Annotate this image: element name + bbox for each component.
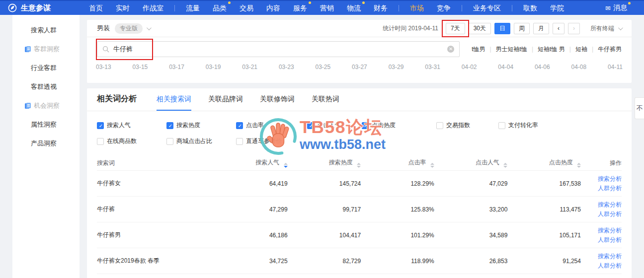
sort-icons[interactable] bbox=[430, 163, 434, 168]
granularity-month-button[interactable]: 月 bbox=[533, 23, 549, 34]
search-input[interactable] bbox=[113, 46, 447, 53]
metric-toggle[interactable]: 交易指数 bbox=[436, 121, 498, 130]
nav-item[interactable]: 流量 bbox=[179, 1, 206, 15]
nav-item[interactable]: 竞争 bbox=[430, 1, 457, 15]
crowd-analysis-link[interactable]: 人群分析 bbox=[583, 261, 622, 271]
analysis-tab[interactable]: 相关搜索词 bbox=[157, 95, 191, 111]
table-header: 搜索词 搜索人气 搜索热度 bbox=[97, 156, 622, 171]
column-header-metric[interactable]: 点击率 bbox=[363, 158, 436, 168]
checkbox[interactable] bbox=[498, 122, 505, 129]
checkbox[interactable] bbox=[166, 138, 173, 145]
metric-toggle[interactable]: 点击热度 bbox=[362, 121, 436, 130]
range-7d-button[interactable]: 7天 bbox=[446, 23, 465, 34]
nav-item[interactable]: 营销 bbox=[314, 1, 340, 15]
column-header-metric[interactable]: 点击热度 bbox=[509, 158, 583, 168]
nav-item[interactable]: 作战室 bbox=[136, 1, 170, 15]
sort-desc-icon[interactable] bbox=[284, 166, 288, 168]
sort-icons[interactable] bbox=[503, 163, 507, 168]
nav-item[interactable]: 财务 bbox=[367, 1, 394, 15]
category-name[interactable]: 男装 bbox=[97, 24, 110, 33]
nav-item[interactable]: 服务 bbox=[287, 1, 314, 15]
granularity-week-button[interactable]: 周 bbox=[514, 23, 530, 34]
terminal-dropdown[interactable]: 所有终端 bbox=[590, 24, 622, 33]
messages-button[interactable]: ✉ 消息 bbox=[605, 3, 627, 12]
app-brand[interactable]: 生意参谋 bbox=[8, 3, 72, 13]
notification-dot bbox=[362, 1, 365, 4]
nav-item[interactable]: 实时 bbox=[109, 1, 136, 15]
sort-desc-icon[interactable] bbox=[357, 166, 361, 168]
column-header-metric[interactable]: 搜索热度 bbox=[290, 158, 363, 168]
metric-toggle[interactable]: 点击人气 bbox=[307, 121, 362, 130]
hot-word-link[interactable]: t恤男 bbox=[472, 45, 485, 54]
hot-word-link[interactable]: 男士短袖t恤 bbox=[485, 45, 527, 54]
sidebar-item[interactable]: 搜索人群 bbox=[12, 21, 80, 40]
crowd-analysis-link[interactable]: 人群分析 bbox=[583, 184, 622, 193]
analysis-tab[interactable]: 关联修饰词 bbox=[260, 95, 295, 111]
metric-toggle[interactable]: 直通车参考价 bbox=[236, 137, 282, 145]
granularity-day-button[interactable]: 日 bbox=[494, 23, 510, 34]
search-box[interactable]: ✕ bbox=[97, 41, 460, 57]
sort-asc-icon[interactable] bbox=[357, 163, 361, 165]
sort-desc-icon[interactable] bbox=[503, 166, 507, 168]
checkbox[interactable] bbox=[236, 138, 243, 145]
column-header-metric[interactable]: 搜索人气 bbox=[216, 158, 290, 168]
sort-icons[interactable] bbox=[284, 163, 288, 168]
hot-word-link[interactable]: 短袖t恤 男 bbox=[527, 45, 565, 54]
nav-item[interactable]: 品类 bbox=[206, 1, 233, 15]
hot-word-link[interactable]: 牛仔裤男 bbox=[587, 45, 622, 54]
sidebar-item[interactable]: 客群透视 bbox=[12, 77, 80, 96]
column-header-metric[interactable]: 点击人气 bbox=[436, 158, 510, 168]
sort-asc-icon[interactable] bbox=[430, 163, 434, 165]
metric-toggle[interactable]: 点击率 bbox=[236, 121, 307, 130]
click-heat-cell: 113,475 bbox=[509, 206, 583, 213]
clear-search-icon[interactable]: ✕ bbox=[447, 46, 454, 53]
crowd-analysis-link[interactable]: 人群分析 bbox=[583, 235, 622, 245]
search-analysis-link[interactable]: 搜索分析 bbox=[583, 174, 622, 184]
sort-asc-icon[interactable] bbox=[284, 163, 288, 165]
sidebar-item[interactable]: 属性洞察 bbox=[12, 115, 80, 134]
search-analysis-link[interactable]: 搜索分析 bbox=[583, 252, 622, 261]
chevron-down-icon[interactable] bbox=[147, 25, 152, 30]
analysis-tab[interactable]: 关联热词 bbox=[312, 95, 339, 111]
range-30d-button[interactable]: 30天 bbox=[469, 23, 491, 34]
sidebar-item[interactable]: 客群洞察 bbox=[12, 40, 80, 59]
sidebar-item[interactable]: 行业客群 bbox=[12, 59, 80, 77]
metric-toggle[interactable]: 支付转化率 bbox=[498, 121, 538, 130]
search-analysis-link[interactable]: 搜索分析 bbox=[583, 200, 622, 209]
nav-item[interactable]: 取数 bbox=[517, 1, 544, 15]
nav-item[interactable]: 首页 bbox=[82, 1, 109, 15]
next-period-button[interactable]: › bbox=[568, 23, 580, 34]
metric-toggle[interactable]: 搜索热度 bbox=[166, 121, 236, 130]
nav-item[interactable]: 学院 bbox=[544, 1, 570, 15]
nav-item[interactable]: 业务专区 bbox=[467, 1, 507, 15]
checkbox[interactable] bbox=[97, 138, 104, 145]
click-rate-cell: 128.29% bbox=[363, 180, 436, 187]
analysis-tab[interactable]: 关联品牌词 bbox=[208, 95, 243, 111]
metric-toggle[interactable]: 搜索人气 bbox=[97, 121, 166, 130]
hot-word-link[interactable]: 短袖 bbox=[565, 45, 587, 54]
nav-item[interactable]: 内容 bbox=[260, 1, 287, 15]
side-tab-widget[interactable]: 不 bbox=[635, 97, 644, 119]
sidebar-item[interactable]: 产品洞察 bbox=[12, 134, 80, 153]
sort-icons[interactable] bbox=[577, 163, 581, 168]
nav-item[interactable]: 市场 bbox=[403, 1, 430, 15]
checkbox[interactable] bbox=[97, 122, 104, 129]
search-analysis-link[interactable]: 搜索分析 bbox=[583, 226, 622, 235]
sort-asc-icon[interactable] bbox=[577, 163, 581, 165]
checkbox[interactable] bbox=[307, 122, 314, 129]
nav-item[interactable]: 物流 bbox=[340, 1, 367, 15]
crowd-analysis-link[interactable]: 人群分析 bbox=[583, 209, 622, 219]
checkbox[interactable] bbox=[166, 122, 173, 129]
metric-toggle[interactable]: 在线商品数 bbox=[97, 137, 166, 145]
metric-toggle[interactable]: 商城点击占比 bbox=[166, 137, 236, 145]
sidebar-item[interactable]: 机会洞察 bbox=[12, 96, 80, 115]
sort-desc-icon[interactable] bbox=[577, 166, 581, 168]
sort-asc-icon[interactable] bbox=[503, 163, 507, 165]
sort-icons[interactable] bbox=[357, 163, 361, 168]
prev-period-button[interactable]: ‹ bbox=[553, 23, 564, 34]
checkbox[interactable] bbox=[362, 122, 369, 129]
checkbox[interactable] bbox=[236, 122, 243, 129]
checkbox[interactable] bbox=[436, 122, 443, 129]
nav-item[interactable]: 交易 bbox=[233, 1, 260, 15]
sort-desc-icon[interactable] bbox=[430, 166, 434, 168]
